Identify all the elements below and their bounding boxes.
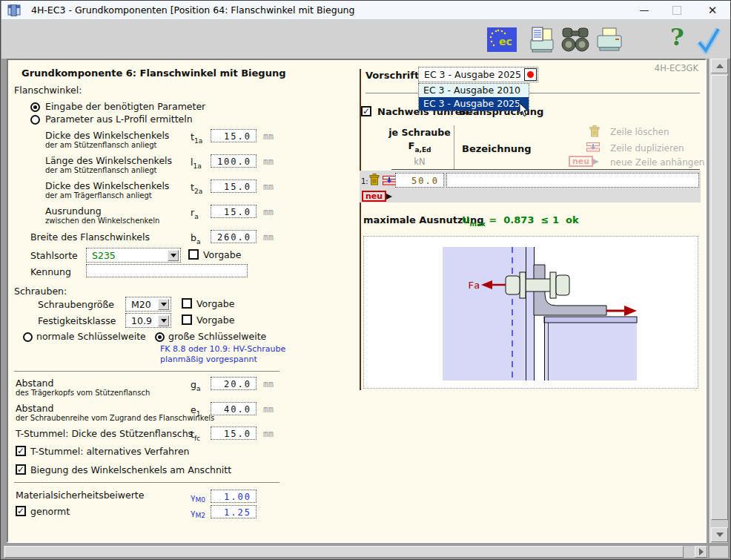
divider [14,371,280,372]
divider [14,482,280,483]
scroll-right-button[interactable] [695,546,707,558]
horizontal-scroll-thumb[interactable] [4,546,684,558]
module-tag: 4H-EC3GK [635,63,698,73]
gamma-m2-input[interactable]: 1.25 [211,505,257,518]
param-input-ra[interactable]: 15.0 [211,205,257,218]
action-delete-label: Zeile löschen [610,127,669,137]
vorgabe-label: Vorgabe [196,314,234,326]
radio-normale-label: normale Schlüsselweite [36,331,146,342]
dist-label: T-Stummel: Dicke des Stützenflanschs [16,428,193,439]
radio-grosse-schluesselweite[interactable] [155,332,165,342]
force-label: Fa [468,280,480,291]
festigkeitsklasse-label: Festigkeitsklasse [38,315,116,326]
minimize-button[interactable]: — [633,4,655,16]
duplicate-icon[interactable] [383,176,396,185]
result-value: Umax = 0.873 ≤ 1 ok [462,214,579,228]
confirm-icon[interactable] [695,24,722,54]
dist-input-tfc[interactable]: 15.0 [211,426,257,440]
param-input-l1a[interactable]: 100.0 [211,154,257,168]
dist-input-ga[interactable]: 20.0 [211,377,257,390]
horizontal-scrollbar[interactable] [4,546,708,558]
bezeichnung-input[interactable] [446,173,699,188]
append-row-button[interactable]: neu [362,191,392,202]
row-number: 1: [361,177,368,185]
param-sublabel: der am Stützenflansch anliegt [45,141,157,149]
radio-grosse-label: große Schlüsselweite [168,331,266,342]
chevron-down-icon[interactable] [158,299,169,310]
festigkeitsklasse-vorgabe-checkbox[interactable] [182,314,192,325]
print-preview-icon[interactable] [528,26,555,54]
kennung-label: Kennung [30,266,71,277]
red-dot-icon[interactable] [524,68,537,81]
hv-hint-line1: FK 8.8 oder 10.9: HV-Schraube [160,344,285,354]
radio-lprofil[interactable] [30,115,40,125]
action-append-label: neue Zeile anhängen [610,157,704,168]
neu-icon: neu [362,191,386,202]
app-window: 4H-EC3 - Grundkomponenten [Position 64: … [0,0,731,560]
stahlsorte-dropdown[interactable]: S235 [86,248,181,263]
param-label: Dicke des Winkelschenkels [45,180,169,191]
vorschrift-option-2010[interactable]: EC 3 - Ausgabe 2010 [419,84,529,97]
dist-label: Abstand [16,403,53,414]
connection-diagram: Fa [363,236,698,389]
title-bar: 4H-EC3 - Grundkomponenten [Position 64: … [1,1,731,20]
vorgabe-label: Vorgabe [203,249,241,260]
param-input-ba[interactable]: 260.0 [211,230,257,243]
vertical-scrollbar[interactable] [710,59,728,543]
tstummel-checkbox[interactable]: ✓ [16,446,26,456]
dist-input-e1[interactable]: 40.0 [211,402,257,415]
trash-icon [589,125,600,137]
stahlsorte-value: S235 [92,250,116,261]
festigkeitsklasse-value: 10.9 [131,315,152,326]
close-button[interactable]: ✕ [701,4,724,17]
vertical-scroll-thumb[interactable] [711,75,728,520]
param-label: Länge des Winkelschenkels [45,155,172,166]
param-unit: mm [263,157,274,167]
param-input-t2a[interactable]: 15.0 [211,179,257,193]
stahlsorte-label: Stahlsorte [30,250,78,261]
toolbar: ec ? [1,20,731,59]
action-duplicate-label: Zeile duplizieren [610,143,684,154]
vorschrift-option-2025[interactable]: EC 3 - Ausgabe 2025 [419,97,529,111]
chevron-down-icon[interactable] [158,315,169,326]
kennung-input[interactable] [86,264,248,277]
genormt-checkbox[interactable]: ✓ [16,506,26,516]
chevron-down-icon[interactable] [168,250,179,261]
radio-normale-schluesselweite[interactable] [23,332,33,342]
biegung-checkbox[interactable]: ✓ [16,464,26,475]
section-flanschwinkel: Flanschwinkel: [14,85,82,96]
vorgabe-label: Vorgabe [196,298,234,309]
radio-eingabe-parameter[interactable] [30,102,40,112]
festigkeitsklasse-dropdown[interactable]: 10.9 [125,313,171,328]
header-underline [391,169,700,170]
diagram-svg: Fa [364,237,698,388]
col-schraube-header: je Schraube [383,127,457,138]
eurocode-icon[interactable]: ec [487,27,517,52]
print-icon[interactable] [595,27,624,53]
schraubengroesse-value: M20 [131,299,151,310]
param-label: Ausrundung [45,205,102,217]
gamma-m0-input[interactable]: 1.00 [211,490,257,503]
param-sublabel: zwischen den Winkelschenkeln [45,217,159,225]
tstummel-label: T-Stummel: alternatives Verfahren [30,446,190,457]
stahlsorte-vorgabe-checkbox[interactable] [188,249,199,260]
neu-icon: neu [569,156,593,167]
vorschrift-dropdown[interactable]: EC 3 - Ausgabe 2025 [418,67,538,82]
schraubengroesse-vorgabe-checkbox[interactable] [182,298,192,309]
schraubengroesse-dropdown[interactable]: M20 [125,297,171,312]
mouse-cursor [519,102,529,117]
help-icon[interactable]: ? [670,23,684,51]
scrollbar-corner [710,546,728,558]
nachweis-checkbox[interactable]: ✓ [361,106,371,116]
trash-icon[interactable] [369,174,380,185]
search-icon[interactable] [560,27,590,53]
param-input-t1a[interactable]: 15.0 [211,129,257,142]
param-unit: mm [263,182,274,192]
param-unit: mm [263,232,274,243]
dist-unit: mm [263,379,274,389]
force-value-input[interactable]: 50.0 [395,173,444,188]
scroll-down-button[interactable] [711,527,728,542]
param-unit: mm [263,207,274,217]
scroll-up-button[interactable] [711,59,728,73]
maximize-button[interactable] [672,6,681,15]
